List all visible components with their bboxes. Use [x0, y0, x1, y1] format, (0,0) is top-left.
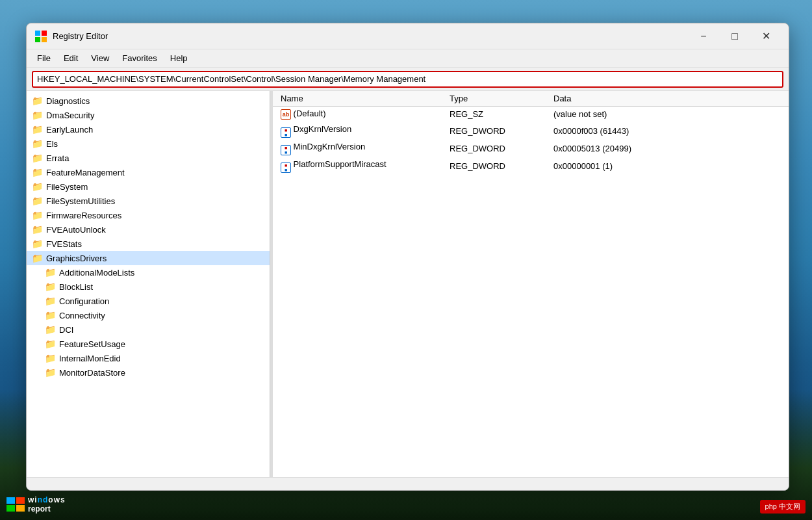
reg-icon-2: [281, 145, 291, 155]
svg-rect-2: [35, 37, 40, 42]
tree-item-AdditionalModeLists[interactable]: 📁AdditionalModeLists: [27, 265, 270, 280]
tree-label-AdditionalModeLists: AdditionalModeLists: [59, 268, 134, 278]
folder-icon-MonitorDataStore: 📁: [45, 367, 56, 378]
tree-item-EarlyLaunch[interactable]: 📁EarlyLaunch: [27, 122, 270, 136]
menubar: File Edit View Favorites Help: [27, 49, 789, 68]
menu-favorites[interactable]: Favorites: [117, 52, 162, 64]
tree-item-Diagnostics[interactable]: 📁Diagnostics: [27, 94, 270, 108]
tree-item-Configuration[interactable]: 📁Configuration: [27, 294, 270, 308]
svg-rect-5: [16, 497, 25, 504]
folder-icon-FVEAutoUnlock: 📁: [32, 224, 43, 235]
svg-rect-0: [35, 31, 40, 36]
tree-item-FileSystem[interactable]: 📁FileSystem: [27, 179, 270, 194]
svg-rect-1: [42, 31, 47, 36]
svg-rect-3: [42, 37, 47, 42]
tree-label-GraphicsDrivers: GraphicsDrivers: [46, 254, 107, 263]
cell-type-0: REG_SZ: [442, 107, 546, 122]
php-badge: php 中文网: [760, 500, 806, 514]
registry-table: Name Type Data ab (Default)REG_SZ(value …: [273, 91, 789, 175]
tree-label-Els: Els: [46, 139, 58, 149]
folder-icon-Configuration: 📁: [45, 296, 56, 306]
tree-item-Errata[interactable]: 📁Errata: [27, 151, 270, 165]
tree-pane: 📁Diagnostics📁DmaSecurity📁EarlyLaunch📁Els…: [27, 91, 270, 477]
addressbar: [27, 68, 789, 91]
tree-item-FeatureSetUsage[interactable]: 📁FeatureSetUsage: [27, 337, 270, 351]
tree-label-Configuration: Configuration: [59, 296, 109, 306]
folder-icon-EarlyLaunch: 📁: [32, 124, 43, 135]
tree-item-GraphicsDrivers[interactable]: 📁GraphicsDrivers: [27, 251, 270, 265]
tree-label-InternalMonEdid: InternalMonEdid: [59, 354, 121, 363]
tree-item-FeatureManagement[interactable]: 📁FeatureManagement: [27, 165, 270, 179]
reg-icon-0: ab: [281, 109, 291, 120]
cell-type-1: REG_DWORD: [442, 122, 546, 140]
folder-icon-InternalMonEdid: 📁: [45, 353, 56, 363]
maximize-button[interactable]: □: [720, 27, 750, 46]
svg-rect-7: [16, 505, 25, 512]
tree-label-Errata: Errata: [46, 153, 69, 163]
tree-item-MonitorDataStore[interactable]: 📁MonitorDataStore: [27, 365, 270, 380]
col-type: Type: [442, 91, 546, 107]
tree-item-DmaSecurity[interactable]: 📁DmaSecurity: [27, 108, 270, 122]
menu-edit[interactable]: Edit: [58, 52, 83, 64]
menu-help[interactable]: Help: [165, 52, 193, 64]
titlebar: Registry Editor − □ ✕: [27, 23, 789, 49]
menu-file[interactable]: File: [32, 52, 56, 64]
tree-item-FileSystemUtilities[interactable]: 📁FileSystemUtilities: [27, 194, 270, 208]
table-row-3[interactable]: PlatformSupportMiracastREG_DWORD0x000000…: [273, 157, 789, 175]
tree-label-EarlyLaunch: EarlyLaunch: [46, 125, 93, 135]
table-row-2[interactable]: MinDxgKrnlVersionREG_DWORD0x00005013 (20…: [273, 140, 789, 157]
folder-icon-FileSystemUtilities: 📁: [32, 196, 43, 206]
watermark: windows report: [6, 495, 66, 514]
folder-icon-AdditionalModeLists: 📁: [45, 267, 56, 278]
tree-item-BlockList[interactable]: 📁BlockList: [27, 280, 270, 294]
svg-rect-4: [6, 497, 15, 504]
window-controls: − □ ✕: [689, 27, 781, 46]
minimize-button[interactable]: −: [689, 27, 718, 46]
tree-label-FVEStats: FVEStats: [46, 239, 82, 249]
folder-icon-Connectivity: 📁: [45, 310, 56, 320]
menu-view[interactable]: View: [86, 52, 114, 64]
cell-data-0: (value not set): [546, 107, 789, 122]
tree-label-MonitorDataStore: MonitorDataStore: [59, 368, 125, 378]
tree-label-FeatureSetUsage: FeatureSetUsage: [59, 339, 125, 349]
cell-name-0: ab (Default): [273, 107, 442, 122]
close-button[interactable]: ✕: [751, 27, 781, 46]
table-row-0[interactable]: ab (Default)REG_SZ(value not set): [273, 107, 789, 122]
watermark-line1: windows: [28, 495, 66, 504]
tree-item-Els[interactable]: 📁Els: [27, 136, 270, 151]
tree-item-DCI[interactable]: 📁DCI: [27, 322, 270, 337]
window-title: Registry Editor: [53, 31, 689, 41]
cell-name-3: PlatformSupportMiracast: [273, 157, 442, 175]
cell-data-2: 0x00005013 (20499): [546, 140, 789, 157]
tree-label-FirmwareResources: FirmwareResources: [46, 211, 121, 220]
tree-label-FileSystemUtilities: FileSystemUtilities: [46, 196, 115, 206]
tree-label-FeatureManagement: FeatureManagement: [46, 168, 125, 177]
main-content: 📁Diagnostics📁DmaSecurity📁EarlyLaunch📁Els…: [27, 91, 789, 477]
folder-icon-DmaSecurity: 📁: [32, 110, 43, 120]
tree-label-Connectivity: Connectivity: [59, 311, 105, 320]
tree-item-FVEStats[interactable]: 📁FVEStats: [27, 237, 270, 251]
tree-item-Connectivity[interactable]: 📁Connectivity: [27, 308, 270, 322]
tree-item-FirmwareResources[interactable]: 📁FirmwareResources: [27, 208, 270, 222]
tree-item-FVEAutoUnlock[interactable]: 📁FVEAutoUnlock: [27, 222, 270, 237]
svg-rect-6: [6, 505, 15, 512]
folder-icon-Errata: 📁: [32, 153, 43, 163]
cell-type-2: REG_DWORD: [442, 140, 546, 157]
app-icon: [34, 30, 47, 43]
bottom-bar: [27, 477, 789, 490]
tree-item-InternalMonEdid[interactable]: 📁InternalMonEdid: [27, 351, 270, 365]
table-row-1[interactable]: DxgKrnlVersionREG_DWORD0x0000f003 (61443…: [273, 122, 789, 140]
address-input[interactable]: [32, 71, 783, 88]
tree-label-BlockList: BlockList: [59, 282, 93, 292]
folder-icon-Diagnostics: 📁: [32, 96, 43, 106]
cell-type-3: REG_DWORD: [442, 157, 546, 175]
folder-icon-FileSystem: 📁: [32, 181, 43, 192]
tree-label-Diagnostics: Diagnostics: [46, 96, 90, 106]
folder-icon-DCI: 📁: [45, 324, 56, 335]
data-pane: Name Type Data ab (Default)REG_SZ(value …: [273, 91, 789, 477]
folder-icon-FirmwareResources: 📁: [32, 210, 43, 220]
cell-name-1: DxgKrnlVersion: [273, 122, 442, 140]
cell-data-3: 0x00000001 (1): [546, 157, 789, 175]
folder-icon-BlockList: 📁: [45, 281, 56, 292]
tree-label-FVEAutoUnlock: FVEAutoUnlock: [46, 225, 106, 235]
